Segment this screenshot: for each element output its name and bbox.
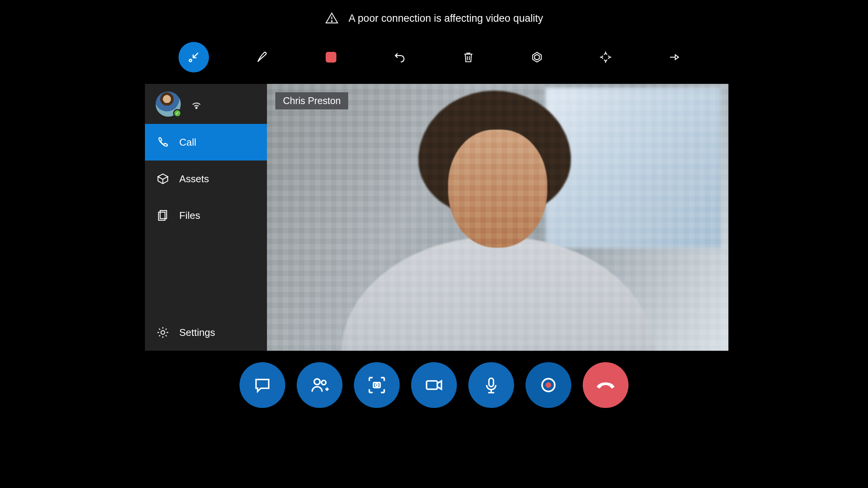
delete-button[interactable]	[453, 42, 484, 72]
undo-button[interactable]	[384, 42, 415, 72]
chat-button[interactable]	[240, 362, 285, 408]
svg-point-12	[321, 380, 326, 385]
svg-marker-5	[533, 52, 542, 62]
svg-rect-17	[427, 381, 437, 389]
camera-button[interactable]	[411, 362, 457, 408]
expand-button[interactable]	[590, 42, 621, 72]
svg-point-7	[196, 107, 197, 108]
call-controls	[240, 362, 628, 408]
record-stop-button[interactable]	[316, 42, 346, 72]
sidebar-item-settings[interactable]: Settings	[145, 314, 267, 351]
hang-up-button[interactable]	[583, 362, 628, 408]
phone-icon	[156, 136, 169, 149]
svg-marker-6	[535, 55, 540, 60]
square-icon	[326, 52, 336, 63]
pin-button[interactable]	[659, 42, 690, 72]
main-window: Call Assets Files	[145, 84, 728, 351]
svg-point-11	[314, 379, 320, 385]
connection-status-bar: A poor connection is affecting video qua…	[0, 11, 868, 25]
sidebar-item-call[interactable]: Call	[145, 124, 267, 161]
microphone-button[interactable]	[468, 362, 514, 408]
participant-name: Chris Preston	[283, 95, 341, 106]
gear-icon	[156, 326, 169, 339]
participant-name-tag: Chris Preston	[275, 92, 348, 109]
add-participant-button[interactable]	[297, 362, 342, 408]
wifi-icon	[190, 98, 203, 111]
collapse-button[interactable]	[178, 42, 209, 72]
sidebar: Call Assets Files	[145, 84, 267, 351]
sidebar-header	[145, 84, 267, 124]
tag-button[interactable]	[522, 42, 552, 72]
sidebar-item-label: Files	[179, 210, 200, 222]
sidebar-item-label: Call	[179, 136, 196, 148]
capture-button[interactable]	[354, 362, 400, 408]
sidebar-item-files[interactable]: Files	[145, 197, 267, 234]
svg-point-16	[376, 384, 378, 387]
avatar[interactable]	[156, 92, 181, 117]
sidebar-item-assets[interactable]: Assets	[145, 161, 267, 197]
sidebar-item-label: Settings	[179, 327, 215, 339]
svg-rect-18	[489, 378, 493, 387]
svg-point-1	[331, 21, 332, 21]
files-icon	[156, 209, 169, 222]
record-button[interactable]	[526, 362, 571, 408]
top-toolbar	[178, 42, 690, 72]
svg-point-22	[546, 382, 551, 388]
connection-status-text: A poor connection is affecting video qua…	[349, 13, 543, 24]
presence-available-icon	[173, 109, 182, 117]
svg-point-2	[189, 59, 191, 61]
sidebar-item-label: Assets	[179, 173, 209, 185]
svg-point-10	[161, 331, 165, 334]
video-pane[interactable]: Chris Preston	[267, 84, 728, 351]
annotate-button[interactable]	[247, 42, 278, 72]
box-icon	[156, 172, 169, 185]
warning-icon	[325, 11, 339, 25]
